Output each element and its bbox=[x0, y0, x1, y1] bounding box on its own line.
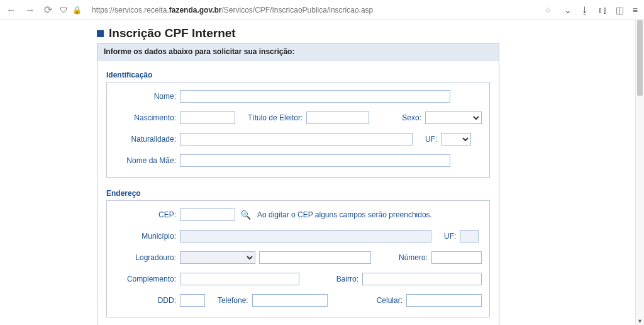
complemento-input[interactable] bbox=[180, 273, 299, 285]
telefone-label: Telefone: bbox=[209, 296, 248, 305]
page-title: Inscrição CPF Internet bbox=[109, 26, 236, 40]
ddd-input[interactable] bbox=[180, 294, 205, 307]
search-icon[interactable]: 🔍 bbox=[240, 210, 251, 220]
celular-label: Celular: bbox=[331, 296, 402, 305]
titulo-input[interactable] bbox=[306, 111, 369, 124]
logradouro-tipo-select[interactable] bbox=[180, 251, 255, 264]
scrollbar-thumb[interactable] bbox=[637, 20, 643, 96]
back-icon[interactable]: ← bbox=[6, 4, 16, 16]
sidebar-icon[interactable]: ◫ bbox=[616, 5, 624, 15]
ddd-label: DDD: bbox=[114, 296, 176, 305]
library-icon[interactable]: ⫾⫿ bbox=[598, 5, 607, 15]
uf-select[interactable] bbox=[441, 133, 471, 145]
bookmark-star-icon[interactable]: ☆ bbox=[545, 6, 552, 14]
bairro-input[interactable] bbox=[362, 273, 482, 285]
numero-input[interactable] bbox=[431, 251, 482, 264]
ident-fieldset: Nome: Nascimento: Título de Eleitor: Sex… bbox=[106, 82, 490, 178]
numero-label: Número: bbox=[375, 253, 428, 262]
mae-input[interactable] bbox=[180, 154, 450, 167]
cep-hint: Ao digitar o CEP alguns campos serão pre… bbox=[257, 210, 432, 219]
mae-label: Nome da Mãe: bbox=[114, 156, 176, 165]
municipio-input bbox=[180, 230, 431, 242]
vertical-scrollbar[interactable]: ▲ ▼ bbox=[635, 20, 644, 325]
reload-icon[interactable]: ⟳ bbox=[44, 4, 52, 16]
panel-header: Informe os dados abaixo para solicitar s… bbox=[97, 43, 499, 60]
naturalidade-label: Naturalidade: bbox=[114, 135, 176, 144]
titulo-label: Título de Eleitor: bbox=[239, 113, 303, 122]
uf2-input bbox=[460, 230, 479, 242]
lock-icon: 🔒 bbox=[72, 6, 82, 14]
shield-icon[interactable]: 🛡 bbox=[60, 6, 67, 14]
telefone-input[interactable] bbox=[252, 294, 328, 307]
url-bar[interactable]: https://servicos.receita.fazenda.gov.br/… bbox=[87, 4, 557, 16]
uf2-label: UF: bbox=[435, 232, 456, 241]
ident-legend: Identificação bbox=[106, 71, 490, 79]
sexo-label: Sexo: bbox=[373, 113, 421, 122]
download-icon[interactable]: ⭳ bbox=[580, 5, 589, 15]
celular-input[interactable] bbox=[406, 294, 482, 307]
logradouro-label: Logradouro: bbox=[114, 253, 176, 262]
form-panel: Informe os dados abaixo para solicitar s… bbox=[97, 43, 499, 325]
endereco-legend: Endereço bbox=[106, 189, 490, 198]
endereco-fieldset: CEP: 🔍 Ao digitar o CEP alguns campos se… bbox=[106, 200, 490, 317]
nascimento-input[interactable] bbox=[180, 111, 235, 124]
bairro-label: Bairro: bbox=[303, 275, 358, 283]
pocket-icon[interactable]: ⌄ bbox=[564, 5, 572, 15]
cep-label: CEP: bbox=[114, 210, 176, 219]
scroll-down-icon[interactable]: ▼ bbox=[636, 318, 644, 324]
menu-icon[interactable]: ≡ bbox=[633, 5, 638, 15]
forward-icon[interactable]: → bbox=[25, 4, 35, 16]
sexo-select[interactable] bbox=[425, 111, 482, 124]
municipio-label: Município: bbox=[114, 232, 176, 241]
nascimento-label: Nascimento: bbox=[114, 113, 176, 122]
uf-label: UF: bbox=[416, 135, 437, 144]
logradouro-input[interactable] bbox=[259, 251, 371, 264]
title-square-icon bbox=[97, 30, 104, 37]
browser-toolbar: ← → ⟳ 🛡 🔒 https://servicos.receita.fazen… bbox=[0, 0, 644, 20]
nome-input[interactable] bbox=[180, 90, 450, 103]
complemento-label: Complemento: bbox=[114, 275, 176, 283]
nome-label: Nome: bbox=[114, 92, 176, 101]
page-title-row: Inscrição CPF Internet bbox=[97, 26, 629, 40]
naturalidade-input[interactable] bbox=[180, 133, 413, 145]
cep-input[interactable] bbox=[180, 208, 235, 221]
